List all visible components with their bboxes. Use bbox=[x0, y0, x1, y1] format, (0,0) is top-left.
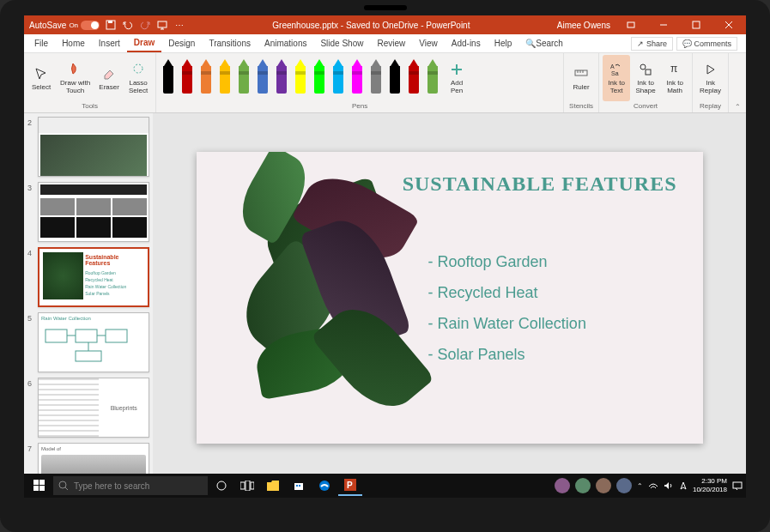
svg-rect-16 bbox=[646, 70, 651, 75]
undo-icon[interactable] bbox=[122, 19, 134, 31]
tab-file[interactable]: File bbox=[27, 34, 55, 52]
slide-list: - Rooftop Garden - Recycled Heat - Rain … bbox=[428, 246, 652, 370]
edge-icon[interactable] bbox=[312, 475, 336, 496]
notifications-icon[interactable] bbox=[732, 481, 743, 491]
cortana-icon[interactable] bbox=[209, 475, 233, 496]
explorer-icon[interactable] bbox=[261, 475, 285, 496]
tab-help[interactable]: Help bbox=[488, 34, 519, 52]
draw-touch-tool[interactable]: Draw with Touch bbox=[57, 55, 94, 101]
pen-3[interactable] bbox=[217, 59, 233, 97]
lasso-tool[interactable]: Lasso Select bbox=[124, 55, 152, 101]
more-icon[interactable]: ⋯ bbox=[173, 19, 185, 31]
tab-home[interactable]: Home bbox=[55, 34, 92, 52]
store-icon[interactable] bbox=[287, 475, 311, 496]
svg-rect-41 bbox=[240, 482, 245, 489]
tools-group-label: Tools bbox=[27, 101, 152, 111]
svg-rect-45 bbox=[296, 485, 298, 487]
svg-line-39 bbox=[65, 487, 68, 490]
pen-8[interactable] bbox=[312, 59, 327, 97]
pen-13[interactable] bbox=[406, 59, 421, 97]
save-icon[interactable] bbox=[105, 19, 117, 31]
pen-11[interactable] bbox=[368, 59, 384, 97]
pen-2[interactable] bbox=[198, 59, 214, 97]
tab-design[interactable]: Design bbox=[161, 34, 202, 52]
svg-rect-19 bbox=[76, 329, 97, 342]
pen-7[interactable] bbox=[293, 59, 308, 97]
pen-9[interactable] bbox=[330, 59, 346, 97]
present-icon[interactable] bbox=[156, 19, 168, 31]
pen-0[interactable] bbox=[161, 59, 176, 97]
comments-button[interactable]: 💬 Comments bbox=[676, 37, 737, 51]
pen-14[interactable] bbox=[425, 59, 440, 97]
thumbnail-2[interactable] bbox=[38, 117, 149, 177]
taskview-icon[interactable] bbox=[235, 475, 259, 496]
tab-review[interactable]: Review bbox=[370, 34, 412, 52]
tray-clock[interactable]: 2:30 PM 10/20/2018 bbox=[693, 477, 727, 493]
taskbar-search[interactable]: Type here to search bbox=[53, 476, 208, 495]
select-tool[interactable]: Select bbox=[27, 55, 55, 101]
plant-image bbox=[214, 160, 454, 435]
wifi-icon[interactable] bbox=[648, 481, 658, 490]
svg-rect-34 bbox=[33, 480, 39, 485]
tab-slideshow[interactable]: Slide Show bbox=[313, 34, 370, 52]
svg-rect-37 bbox=[39, 486, 45, 491]
pen-10[interactable] bbox=[349, 59, 365, 97]
powerpoint-icon[interactable]: P bbox=[338, 475, 362, 496]
svg-rect-46 bbox=[299, 485, 300, 487]
eraser-tool[interactable]: Eraser bbox=[95, 55, 123, 101]
thumbnail-4[interactable]: Sustainable FeaturesRooftop GardenRecycl… bbox=[38, 247, 149, 307]
thumbnail-5[interactable]: Rain Water Collection bbox=[38, 312, 149, 372]
user-avatar[interactable] bbox=[555, 478, 570, 493]
search-icon bbox=[58, 481, 69, 491]
search-box[interactable]: 🔍 Search bbox=[518, 34, 570, 52]
ruler-button[interactable]: Ruler bbox=[567, 55, 595, 101]
ink-replay-button[interactable]: Ink Replay bbox=[696, 55, 725, 101]
svg-rect-43 bbox=[251, 482, 254, 489]
ink-to-shape-button[interactable]: Ink to Shape bbox=[632, 55, 659, 101]
ink-to-math-button[interactable]: π Ink to Math bbox=[661, 55, 688, 101]
collapse-ribbon-icon[interactable]: ⌃ bbox=[735, 103, 741, 111]
stencils-group-label: Stencils bbox=[567, 101, 595, 111]
minimize-icon[interactable] bbox=[652, 15, 676, 34]
svg-rect-3 bbox=[628, 22, 634, 27]
add-pen-button[interactable]: Add Pen bbox=[443, 55, 470, 101]
user-avatar[interactable] bbox=[616, 478, 632, 493]
tab-animations[interactable]: Animations bbox=[258, 34, 313, 52]
close-icon[interactable] bbox=[717, 15, 741, 34]
tab-addins[interactable]: Add-ins bbox=[445, 34, 488, 52]
svg-point-40 bbox=[217, 481, 226, 490]
user-avatar[interactable] bbox=[596, 478, 611, 493]
svg-rect-21 bbox=[76, 351, 101, 361]
svg-rect-9 bbox=[575, 70, 587, 76]
slide-title: SUSTAINABLE FEATURES bbox=[403, 172, 677, 196]
share-button[interactable]: ↗ Share bbox=[631, 37, 673, 51]
svg-rect-5 bbox=[693, 21, 700, 28]
volume-icon[interactable] bbox=[664, 481, 674, 490]
start-button[interactable] bbox=[27, 475, 52, 496]
thumbnail-6[interactable]: Blueprints bbox=[38, 378, 149, 438]
svg-rect-1 bbox=[108, 21, 112, 23]
tab-view[interactable]: View bbox=[412, 34, 445, 52]
pen-1[interactable] bbox=[179, 59, 195, 97]
tab-transitions[interactable]: Transitions bbox=[202, 34, 258, 52]
user-name[interactable]: Aimee Owens bbox=[557, 21, 610, 30]
user-avatar[interactable] bbox=[575, 478, 591, 493]
ribbon-display-icon[interactable] bbox=[619, 15, 643, 34]
pen-6[interactable] bbox=[274, 59, 289, 97]
maximize-icon[interactable] bbox=[684, 15, 708, 34]
svg-text:Sa: Sa bbox=[611, 70, 619, 76]
pen-4[interactable] bbox=[236, 59, 252, 97]
autosave-toggle[interactable]: AutoSave On bbox=[29, 21, 100, 30]
svg-rect-18 bbox=[45, 329, 67, 342]
pen-12[interactable] bbox=[387, 59, 403, 97]
pen-tray-icon[interactable] bbox=[679, 481, 688, 491]
tray-up-icon[interactable]: ⌃ bbox=[637, 482, 643, 490]
pen-5[interactable] bbox=[255, 59, 270, 97]
svg-rect-35 bbox=[39, 480, 45, 485]
ink-to-text-button[interactable]: ASa Ink to Text bbox=[603, 55, 630, 101]
thumbnail-3[interactable] bbox=[38, 182, 149, 242]
tab-draw[interactable]: Draw bbox=[127, 34, 161, 52]
slide-canvas[interactable]: SUSTAINABLE FEATURES - Rooftop Garden - … bbox=[197, 152, 703, 444]
tab-insert[interactable]: Insert bbox=[92, 34, 127, 52]
redo-icon[interactable] bbox=[139, 19, 151, 31]
